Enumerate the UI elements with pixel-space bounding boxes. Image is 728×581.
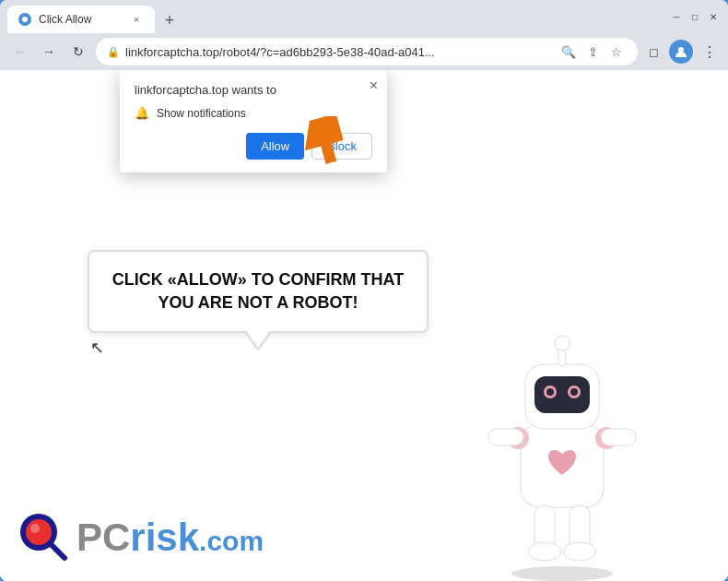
svg-point-5 [511, 566, 613, 581]
popup-notification-text: Show notifications [157, 107, 246, 120]
svg-rect-22 [601, 429, 636, 445]
menu-button[interactable]: ⋮ [699, 43, 721, 61]
tab-title: Click Allow [39, 13, 122, 26]
browser-window: Click Allow × + ─ □ ✕ ← → ↻ 🔒 linkforcap… [0, 0, 728, 581]
tab-bar: Click Allow × + [7, 0, 658, 33]
svg-point-25 [30, 524, 40, 533]
pcrisk-text: PCrisk.com [76, 516, 264, 560]
forward-button[interactable]: → [37, 40, 61, 64]
new-tab-button[interactable]: + [157, 7, 182, 33]
bookmark-icon[interactable]: ☆ [606, 42, 627, 62]
close-button[interactable]: ✕ [706, 9, 721, 24]
title-bar: Click Allow × + ─ □ ✕ [0, 0, 728, 33]
svg-rect-21 [488, 429, 523, 445]
address-bar: ← → ↻ 🔒 linkforcaptcha.top/robot4/?c=ad6… [0, 33, 728, 70]
minimize-button[interactable]: ─ [669, 9, 684, 24]
url-actions: 🔍 ⇧ ☆ [558, 42, 627, 62]
tab-favicon [18, 13, 31, 26]
reload-button[interactable]: ↻ [66, 40, 90, 64]
share-icon[interactable]: ⇧ [582, 42, 603, 62]
pcrisk-icon [18, 512, 69, 563]
window-controls: ─ □ ✕ [669, 9, 721, 24]
lock-icon: 🔒 [107, 46, 120, 58]
svg-rect-10 [534, 376, 590, 413]
maximize-button[interactable]: □ [687, 9, 702, 24]
cursor: ↖ [90, 338, 104, 358]
robot-image [470, 304, 654, 581]
pcrisk-logo: PCrisk.com [18, 512, 264, 563]
tab-close-button[interactable]: × [129, 12, 144, 27]
svg-point-19 [528, 542, 561, 561]
svg-point-13 [546, 388, 554, 396]
svg-point-24 [26, 519, 52, 545]
svg-point-20 [563, 542, 596, 561]
active-tab[interactable]: Click Allow × [7, 6, 155, 33]
back-button[interactable]: ← [7, 40, 31, 64]
speech-bubble: CLICK «ALLOW» TO CONFIRM THAT YOU ARE NO… [88, 250, 429, 333]
svg-marker-4 [298, 116, 347, 169]
popup-title: linkforcaptcha.top wants to [135, 83, 372, 97]
search-icon[interactable]: 🔍 [558, 42, 579, 62]
extensions-icon[interactable]: ◻ [643, 42, 663, 62]
profile-button[interactable] [669, 40, 693, 64]
svg-point-9 [555, 336, 569, 350]
url-text: linkforcaptcha.top/robot4/?c=ad6bb293-5e… [125, 45, 553, 59]
speech-text: CLICK «ALLOW» TO CONFIRM THAT YOU ARE NO… [112, 268, 405, 314]
url-bar[interactable]: 🔒 linkforcaptcha.top/robot4/?c=ad6bb293-… [96, 38, 638, 65]
popup-close-button[interactable]: × [370, 77, 378, 94]
page-content: × linkforcaptcha.top wants to 🔔 Show not… [0, 70, 728, 581]
svg-point-14 [570, 388, 578, 396]
bell-icon: 🔔 [135, 106, 149, 120]
orange-arrow [276, 116, 350, 194]
svg-point-1 [22, 17, 28, 22]
svg-line-26 [52, 545, 65, 558]
